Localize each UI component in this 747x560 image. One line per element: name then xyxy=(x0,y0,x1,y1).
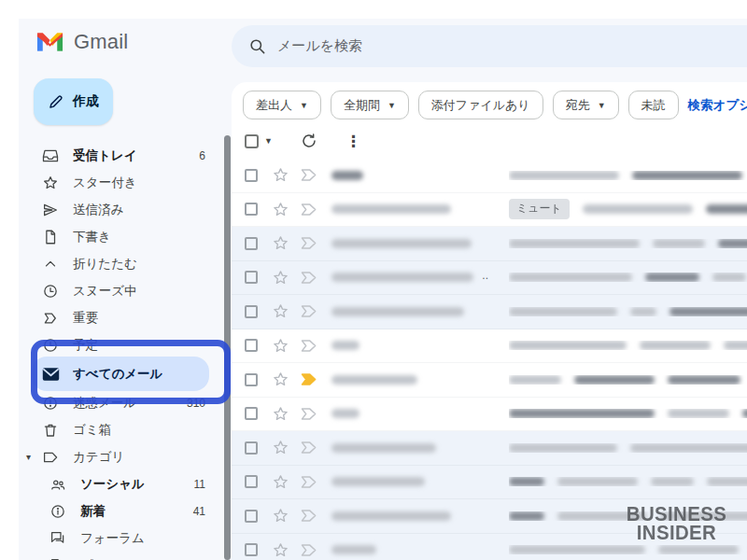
row-checkbox[interactable] xyxy=(245,339,258,352)
draft-icon xyxy=(41,229,60,245)
row-star-icon[interactable] xyxy=(272,439,289,456)
importance-marker-icon[interactable] xyxy=(300,407,318,421)
row-checkbox[interactable] xyxy=(245,441,258,455)
sidebar-item-social[interactable]: ソーシャル11 xyxy=(19,470,217,497)
sidebar-item-scheduled[interactable]: 予定 xyxy=(19,331,217,358)
expander-caret-icon[interactable]: ▾ xyxy=(26,452,41,462)
forum-icon xyxy=(49,530,67,547)
sidebar-item-forums[interactable]: フォーラム xyxy=(19,525,217,552)
row-star-icon[interactable] xyxy=(272,371,289,388)
importance-marker-icon[interactable] xyxy=(300,372,318,386)
email-row-1[interactable] xyxy=(232,159,747,193)
sidebar-item-sent[interactable]: 送信済み xyxy=(19,196,217,223)
email-row-10[interactable] xyxy=(232,466,747,500)
filter-chip-3[interactable]: 添付ファイルあり xyxy=(418,91,543,119)
importance-marker-icon[interactable] xyxy=(300,441,318,455)
row-star-icon[interactable] xyxy=(272,269,289,287)
importance-marker-icon[interactable] xyxy=(300,236,318,250)
filter-chip-label: 差出人 xyxy=(256,97,292,114)
subject-blurred xyxy=(509,443,747,453)
sidebar-item-starred[interactable]: スター付き xyxy=(19,169,217,196)
sidebar-item-label: 新着 xyxy=(80,503,106,520)
subject-blurred xyxy=(509,409,747,418)
email-row-9[interactable] xyxy=(232,431,747,466)
row-checkbox[interactable] xyxy=(245,510,258,523)
filter-chip-1[interactable]: 差出人▼ xyxy=(243,91,321,119)
importance-marker-icon[interactable] xyxy=(300,271,318,285)
row-star-icon[interactable] xyxy=(272,405,289,423)
row-star-icon[interactable] xyxy=(272,302,289,320)
clock-icon xyxy=(41,283,60,300)
search-bar[interactable]: メールを検索 xyxy=(232,25,747,67)
email-row-7[interactable] xyxy=(232,363,747,398)
row-star-icon[interactable] xyxy=(272,337,289,355)
filter-chip-label: 添付ファイルあり xyxy=(431,97,530,114)
row-checkbox[interactable] xyxy=(245,305,258,318)
sender-ellipsis: .. xyxy=(482,269,488,282)
row-checkbox[interactable] xyxy=(245,543,258,556)
sidebar-item-collapse[interactable]: 折りたたむ xyxy=(19,250,217,277)
sidebar-item-drafts[interactable]: 下書き xyxy=(19,223,217,250)
row-checkbox[interactable] xyxy=(245,203,258,216)
row-checkbox[interactable] xyxy=(245,237,258,250)
email-row-12[interactable] xyxy=(232,534,747,560)
sender-blurred xyxy=(331,443,494,453)
select-dropdown-caret-icon[interactable]: ▼ xyxy=(264,136,273,146)
sidebar-item-promotions[interactable]: プロモーション413 xyxy=(19,552,217,560)
email-row-3[interactable] xyxy=(232,227,747,261)
sidebar-item-important[interactable]: 重要 xyxy=(19,304,217,331)
row-star-icon[interactable] xyxy=(272,234,289,252)
email-row-11[interactable] xyxy=(232,499,747,534)
sender-blurred xyxy=(331,477,494,486)
sidebar-scrollbar[interactable] xyxy=(224,135,231,560)
sender-blurred xyxy=(331,409,494,418)
row-checkbox[interactable] xyxy=(245,271,258,284)
row-checkbox[interactable] xyxy=(245,373,258,386)
sidebar-item-snoozed[interactable]: スヌーズ中 xyxy=(19,277,217,304)
filter-chip-2[interactable]: 全期間▼ xyxy=(331,91,409,119)
row-star-icon[interactable] xyxy=(272,473,289,491)
email-row-5[interactable] xyxy=(232,295,747,329)
row-star-icon[interactable] xyxy=(272,201,289,218)
row-star-icon[interactable] xyxy=(272,166,289,184)
sender-blurred: .. xyxy=(331,273,494,282)
sidebar-item-label: 下書き xyxy=(73,229,111,245)
importance-marker-icon[interactable] xyxy=(300,543,318,557)
email-row-2[interactable]: ミュート xyxy=(232,193,747,228)
refresh-icon[interactable] xyxy=(301,133,317,149)
sidebar-item-categories[interactable]: ▾カテゴリ xyxy=(19,443,217,470)
compose-label: 作成 xyxy=(73,93,99,110)
sidebar-item-spam[interactable]: 迷惑メール310 xyxy=(19,389,217,416)
sidebar-item-all-mail[interactable]: すべてのメール xyxy=(19,358,217,389)
sidebar-item-inbox[interactable]: 受信トレイ6 xyxy=(19,142,217,169)
sidebar-item-label: スター付き xyxy=(73,175,136,191)
row-checkbox[interactable] xyxy=(245,475,258,488)
sidebar-item-trash[interactable]: ゴミ箱 xyxy=(19,416,217,443)
importance-marker-icon[interactable] xyxy=(300,339,318,353)
filter-chip-5[interactable]: 未読 xyxy=(628,91,679,119)
email-row-8[interactable] xyxy=(232,398,747,432)
importance-marker-icon[interactable] xyxy=(300,509,318,523)
compose-button[interactable]: 作成 xyxy=(34,78,113,125)
filter-chip-4[interactable]: 宛先▼ xyxy=(553,91,619,119)
sidebar-nav: 受信トレイ6スター付き送信済み下書き折りたたむスヌーズ中重要予定すべてのメール迷… xyxy=(19,142,217,560)
select-all-checkbox[interactable] xyxy=(245,134,259,148)
muted-label-chip: ミュート xyxy=(509,199,570,219)
sidebar-item-count: 41 xyxy=(193,505,205,518)
importance-marker-icon[interactable] xyxy=(300,203,318,217)
list-toolbar: ▼ ⋮ xyxy=(245,126,361,156)
more-options-icon[interactable]: ⋮ xyxy=(345,132,361,151)
row-star-icon[interactable] xyxy=(272,507,289,525)
email-row-4[interactable]: .. xyxy=(232,261,747,296)
sidebar-item-updates[interactable]: 新着41 xyxy=(19,497,217,525)
row-checkbox[interactable] xyxy=(245,169,258,182)
pencil-icon xyxy=(48,93,64,110)
importance-marker-icon[interactable] xyxy=(300,304,318,318)
row-star-icon[interactable] xyxy=(272,541,289,559)
email-row-6[interactable] xyxy=(232,329,747,364)
alert-icon xyxy=(41,395,60,412)
row-checkbox[interactable] xyxy=(245,407,258,420)
importance-marker-icon[interactable] xyxy=(300,475,318,489)
search-options-link[interactable]: 検索オプション xyxy=(688,97,747,114)
importance-marker-icon[interactable] xyxy=(300,168,318,182)
